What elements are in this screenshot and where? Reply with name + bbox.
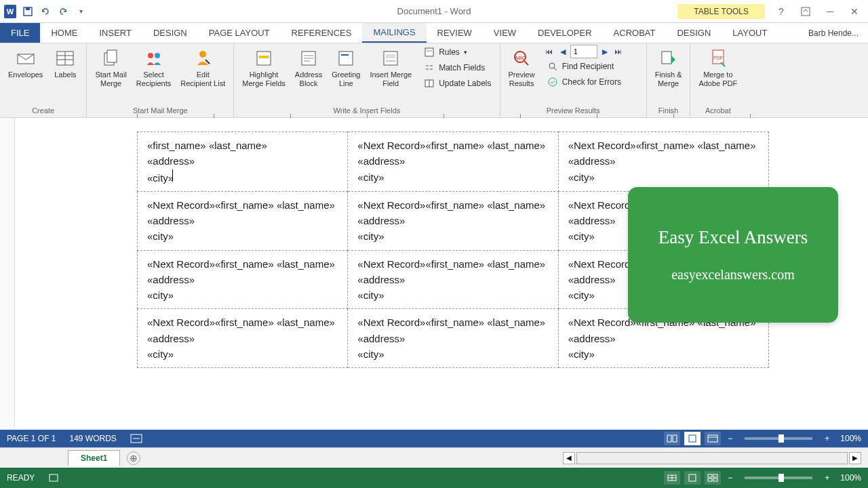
label-cell[interactable]: «first_name» «last_name» «address» «city… <box>138 132 348 192</box>
next-record-icon[interactable]: ▶ <box>599 45 611 58</box>
label-cell[interactable]: «Next Record»«first_name» «last_name» «a… <box>138 191 348 250</box>
tab-table-design[interactable]: DESIGN <box>666 23 722 43</box>
vertical-ruler[interactable] <box>0 118 15 427</box>
svg-rect-14 <box>259 56 269 58</box>
label-cell[interactable]: «Next Record»«first_name» «last_name» «a… <box>138 309 348 368</box>
page-indicator[interactable]: PAGE 1 OF 1 <box>7 434 56 443</box>
excel-page-break-icon[interactable] <box>705 471 721 485</box>
rules-button[interactable]: Rules ▾ <box>420 45 495 60</box>
close-icon[interactable]: ✕ <box>846 3 863 20</box>
match-icon <box>424 62 435 73</box>
tab-home[interactable]: HOME <box>40 23 88 43</box>
record-nav: ⏮ ◀ ▶ ⏭ <box>543 45 642 58</box>
scroll-right-icon[interactable]: ▶ <box>849 452 861 464</box>
svg-rect-51 <box>708 479 712 481</box>
finish-merge-button[interactable]: Finish & Merge <box>651 45 686 90</box>
read-mode-icon[interactable] <box>664 432 680 445</box>
web-layout-icon[interactable] <box>705 432 721 445</box>
help-icon[interactable]: ? <box>773 3 789 20</box>
ribbon-group-preview: ABC Preview Results ⏮ ◀ ▶ ⏭ Find Recipie… <box>500 43 647 117</box>
excel-zoom-slider[interactable] <box>745 476 812 479</box>
start-mail-merge-button[interactable]: Start Mail Merge <box>91 45 130 90</box>
find-recipient-button[interactable]: Find Recipient <box>543 59 642 74</box>
macro-icon[interactable] <box>48 473 59 483</box>
check-icon <box>547 77 558 87</box>
zoom-slider[interactable] <box>745 437 812 440</box>
greeting-line-button[interactable]: Greeting Line <box>328 45 364 90</box>
tab-table-layout[interactable]: LAYOUT <box>722 23 778 43</box>
sheet-tab-1[interactable]: Sheet1 <box>68 450 120 466</box>
last-record-icon[interactable]: ⏭ <box>612 45 625 58</box>
tab-view[interactable]: VIEW <box>483 23 527 43</box>
label-cell[interactable]: «Next Record»«first_name» «last_name» «a… <box>558 132 768 192</box>
tab-insert[interactable]: INSERT <box>88 23 142 43</box>
edit-list-icon <box>192 47 214 69</box>
tab-design[interactable]: DESIGN <box>142 23 198 43</box>
ribbon-options-icon[interactable] <box>797 3 814 20</box>
undo-icon[interactable] <box>39 5 52 18</box>
check-errors-button[interactable]: Check for Errors <box>543 75 642 89</box>
minimize-icon[interactable]: ─ <box>822 3 838 20</box>
zoom-in-icon[interactable]: + <box>822 434 832 443</box>
svg-rect-41 <box>689 435 696 442</box>
excel-zoom-in-icon[interactable]: + <box>822 473 832 483</box>
record-number-input[interactable] <box>570 45 597 58</box>
merge-to-pdf-button[interactable]: PDF Merge to Adobe PDF <box>694 45 741 90</box>
add-sheet-icon[interactable]: ⊕ <box>127 451 140 465</box>
scroll-left-icon[interactable]: ◀ <box>563 452 575 464</box>
highlight-merge-fields-button[interactable]: Highlight Merge Fields <box>238 45 290 90</box>
label-cell[interactable]: «Next Record»«first_name» «last_name» «a… <box>348 191 558 250</box>
zoom-level[interactable]: 100% <box>840 434 861 443</box>
prev-record-icon[interactable]: ◀ <box>557 45 569 58</box>
print-layout-icon[interactable] <box>684 432 701 445</box>
window-title: Document1 - Word <box>397 6 471 16</box>
label-cell[interactable]: «Next Record»«first_name» «last_name» «a… <box>138 250 348 309</box>
rules-icon <box>424 47 435 58</box>
word-count[interactable]: 149 WORDS <box>69 434 116 443</box>
label-cell[interactable]: «Next Record»«first_name» «last_name» «a… <box>348 132 558 192</box>
envelope-icon <box>15 47 37 69</box>
svg-point-31 <box>549 63 555 68</box>
first-record-icon[interactable]: ⏮ <box>543 45 555 58</box>
qat-dropdown-icon[interactable]: ▾ <box>75 5 87 18</box>
match-fields-button[interactable]: Match Fields <box>420 60 495 75</box>
tab-mailings[interactable]: MAILINGS <box>362 23 426 43</box>
svg-rect-48 <box>689 474 696 481</box>
proofing-icon[interactable] <box>130 434 142 443</box>
select-recipients-button[interactable]: Select Recipients <box>132 45 175 90</box>
tab-references[interactable]: REFERENCES <box>281 23 363 43</box>
address-block-button[interactable]: Address Block <box>291 45 326 90</box>
tab-file[interactable]: FILE <box>0 23 40 43</box>
zoom-out-icon[interactable]: − <box>725 434 735 443</box>
tab-page-layout[interactable]: PAGE LAYOUT <box>198 23 281 43</box>
redo-icon[interactable] <box>57 5 69 18</box>
excel-normal-view-icon[interactable] <box>664 471 680 485</box>
svg-point-10 <box>148 53 153 58</box>
ribbon-group-acrobat: PDF Merge to Adobe PDF Acrobat <box>690 43 745 117</box>
pdf-icon: PDF <box>707 47 729 69</box>
tab-acrobat[interactable]: ACROBAT <box>603 23 667 43</box>
edit-recipient-list-button[interactable]: Edit Recipient List <box>176 45 229 90</box>
account-name[interactable]: Barb Hende... <box>799 23 868 43</box>
save-icon[interactable] <box>22 5 34 18</box>
excel-status-bar: READY − + 100% <box>0 468 868 488</box>
excel-zoom-out-icon[interactable]: − <box>725 473 735 483</box>
update-labels-button[interactable]: Update Labels <box>420 76 495 91</box>
overlay-title: Easy Excel Answers <box>658 227 808 248</box>
ribbon-group-start: Start Mail Merge Select Recipients Edit … <box>87 43 234 117</box>
preview-results-button[interactable]: ABC Preview Results <box>505 45 539 90</box>
insert-merge-field-button[interactable]: Insert Merge Field <box>366 45 416 90</box>
excel-zoom-level[interactable]: 100% <box>840 473 861 483</box>
horizontal-scrollbar[interactable] <box>576 452 848 464</box>
titlebar: W ▾ Document1 - Word TABLE TOOLS ? ─ ✕ <box>0 0 868 23</box>
labels-button[interactable]: Labels <box>48 45 82 82</box>
tab-review[interactable]: REVIEW <box>427 23 483 43</box>
tab-developer[interactable]: DEVELOPER <box>527 23 602 43</box>
excel-page-layout-icon[interactable] <box>684 471 701 485</box>
greeting-icon <box>335 47 357 69</box>
label-cell[interactable]: «Next Record»«first_name» «last_name» «a… <box>348 309 558 368</box>
envelopes-button[interactable]: Envelopes <box>4 45 47 82</box>
svg-rect-1 <box>26 7 30 10</box>
label-cell[interactable]: «Next Record»«first_name» «last_name» «a… <box>348 250 558 309</box>
svg-rect-19 <box>339 52 353 65</box>
